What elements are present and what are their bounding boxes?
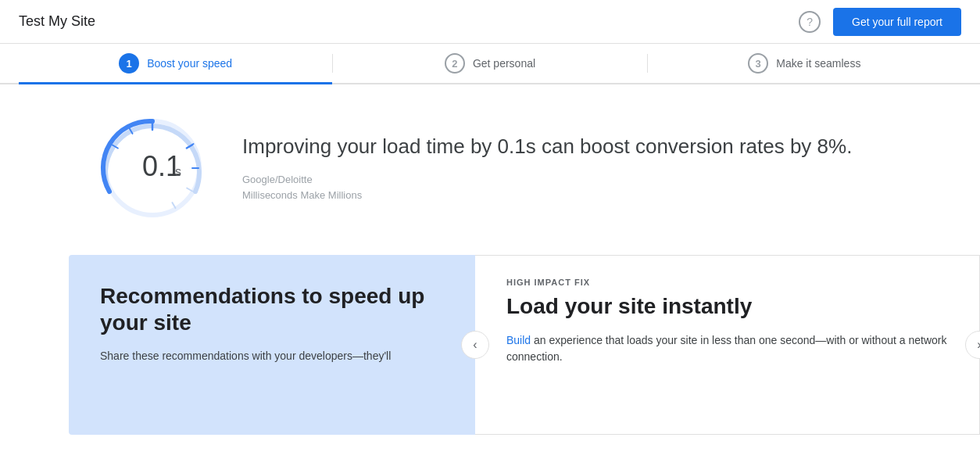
chevron-right-icon: › [977,338,980,352]
fix-card: ‹ HIGH IMPACT FIX Load your site instant… [475,255,980,435]
recommendations-desc: Share these recommendations with your de… [100,348,444,364]
stat-source-line1: Google/Deloitte [242,172,886,188]
step-1[interactable]: 1 Boost your speed [19,44,332,83]
stat-text: Improving your load time by 0.1s can boo… [242,134,886,203]
header: Test My Site ? Get your full report [0,0,980,44]
step-3[interactable]: 3 Make it seamless [648,44,961,83]
step-2-label: Get personal [473,57,535,70]
fix-desc-link[interactable]: Build [506,334,531,346]
cta-button[interactable]: Get your full report [833,8,961,36]
stat-headline: Improving your load time by 0.1s can boo… [242,134,886,160]
app-title: Test My Site [19,13,95,30]
stat-source-line2: Milliseconds Make Millions [242,188,886,203]
step-2-number: 2 [445,53,465,74]
stat-section: 0.1 s Improving your load time by 0.1s c… [0,84,980,252]
header-actions: ? Get your full report [799,8,961,36]
main-content: 0.1 s Improving your load time by 0.1s c… [0,84,980,435]
fix-label: HIGH IMPACT FIX [506,278,948,287]
help-icon[interactable]: ? [799,11,821,33]
prev-arrow[interactable]: ‹ [461,331,489,359]
fix-title: Load your site instantly [506,293,948,320]
steps-nav: 1 Boost your speed 2 Get personal 3 Make… [0,44,980,84]
svg-text:s: s [175,165,181,178]
chevron-left-icon: ‹ [473,338,477,352]
step-2[interactable]: 2 Get personal [333,44,646,83]
recommendations-title: Recommendations to speed up your site [100,283,444,335]
fix-desc: Build an experience that loads your site… [506,332,948,365]
step-3-label: Make it seamless [776,57,860,70]
step-1-number: 1 [119,53,139,74]
step-3-number: 3 [748,53,768,74]
bottom-section: Recommendations to speed up your site Sh… [0,255,980,435]
recommendations-card: Recommendations to speed up your site Sh… [69,255,475,435]
speedometer: 0.1 s [94,109,211,227]
fix-desc-text: an experience that loads your site in le… [506,334,946,363]
next-arrow[interactable]: › [965,331,980,359]
step-1-label: Boost your speed [147,57,232,70]
